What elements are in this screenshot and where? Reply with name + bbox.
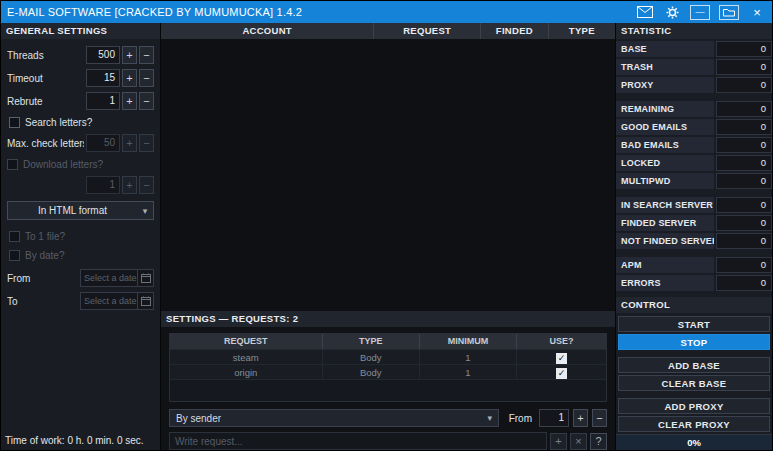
minimize-button[interactable]: — (690, 5, 710, 20)
download-letters-checkbox[interactable] (7, 159, 18, 170)
stat-row-good-emails: GOOD EMAILS 0 (616, 119, 772, 135)
titlebar-icons: — × (636, 4, 766, 20)
control-header: CONTROL (616, 297, 772, 313)
requests-col-use: USE? (517, 334, 606, 349)
general-settings-panel: GENERAL SETTINGS Threads 500 + − Timeout… (1, 23, 161, 450)
max-check-decrement-button[interactable]: − (139, 134, 154, 152)
timeout-input[interactable]: 15 (86, 69, 120, 87)
stat-row-locked: LOCKED 0 (616, 155, 772, 171)
date-to-row: To Select a date (7, 292, 154, 310)
stat-row-bad-emails: BAD EMAILS 0 (616, 137, 772, 153)
window-title: E-MAIL SOFTWARE [CRACKED BY MUMUMUCKA] 1… (7, 6, 302, 18)
request-input[interactable] (169, 432, 547, 450)
download-count-increment-button[interactable]: + (122, 176, 137, 194)
accounts-table-header: ACCOUNT REQUEST FINDED TYPE (161, 23, 615, 39)
chevron-down-icon: ▾ (482, 413, 498, 423)
add-request-button[interactable]: + (550, 433, 567, 450)
use-checkbox[interactable]: ✓ (556, 368, 567, 379)
from-date-picker[interactable]: Select a date (80, 269, 154, 287)
download-count-decrement-button[interactable]: − (139, 176, 154, 194)
to-one-file-label: To 1 file? (25, 231, 65, 242)
download-count-input[interactable]: 1 (86, 176, 120, 194)
progress-percent: 0% (687, 437, 701, 448)
clear-base-button[interactable]: CLEAR BASE (618, 375, 770, 391)
threads-input[interactable]: 500 (86, 46, 120, 64)
help-button[interactable]: ? (590, 433, 607, 450)
to-one-file-row: To 1 file? (9, 229, 154, 243)
download-count-row: 1 + − (7, 176, 154, 194)
folder-button[interactable] (719, 5, 739, 20)
stat-row-not-finded-server: NOT FINDED SERVER 0 (616, 233, 772, 249)
from-count-increment-button[interactable]: + (573, 409, 588, 427)
from-count-decrement-button[interactable]: − (592, 409, 607, 427)
close-button[interactable]: × (748, 5, 766, 20)
search-letters-row: Search letters? (9, 115, 154, 129)
timeout-label: Timeout (7, 73, 84, 84)
rebrute-label: Rebrute (7, 96, 84, 107)
by-date-checkbox[interactable] (9, 250, 20, 261)
max-check-increment-button[interactable]: + (122, 134, 137, 152)
table-row[interactable]: steam Body 1 ✓ (170, 349, 606, 364)
clear-proxy-button[interactable]: CLEAR PROXY (618, 416, 770, 432)
to-date-placeholder: Select a date (81, 296, 137, 306)
table-row[interactable]: origin Body 1 ✓ (170, 364, 606, 379)
stat-row-proxy: PROXY 0 (616, 77, 772, 93)
add-base-button[interactable]: ADD BASE (618, 357, 770, 373)
to-date-picker[interactable]: Select a date (80, 292, 154, 310)
accounts-table-body[interactable] (161, 39, 615, 311)
by-date-row: By date? (9, 248, 154, 262)
accounts-col-request: REQUEST (374, 23, 481, 39)
time-of-work: Time of work: 0 h. 0 min. 0 sec. (5, 435, 154, 446)
download-letters-label: Download letters? (23, 159, 103, 170)
calendar-icon[interactable] (137, 270, 153, 286)
main-area: GENERAL SETTINGS Threads 500 + − Timeout… (1, 23, 772, 450)
general-settings-header: GENERAL SETTINGS (1, 23, 160, 39)
requests-table: REQUEST TYPE MINIMUM USE? steam Body 1 ✓… (169, 333, 607, 402)
accounts-col-finded: FINDED (481, 23, 549, 39)
threads-decrement-button[interactable]: − (139, 46, 154, 64)
stat-row-base: BASE 0 (616, 41, 772, 57)
timeout-increment-button[interactable]: + (122, 69, 137, 87)
download-letters-row: Download letters? (7, 157, 154, 171)
send-mail-icon[interactable] (636, 4, 654, 20)
search-letters-checkbox[interactable] (9, 117, 20, 128)
titlebar: E-MAIL SOFTWARE [CRACKED BY MUMUMUCKA] 1… (1, 1, 772, 23)
center-panel: ACCOUNT REQUEST FINDED TYPE SETTINGS — R… (161, 23, 615, 450)
request-input-row: + × ? (169, 432, 607, 450)
threads-increment-button[interactable]: + (122, 46, 137, 64)
date-from-label: From (7, 273, 78, 284)
add-proxy-button[interactable]: ADD PROXY (618, 398, 770, 414)
statistic-list: BASE 0 TRASH 0 PROXY 0 REMAINING 0 GOOD … (616, 39, 772, 291)
by-date-label: By date? (25, 250, 64, 261)
rebrute-decrement-button[interactable]: − (139, 92, 154, 110)
format-select[interactable]: In HTML format ▾ (7, 201, 154, 220)
request-type: Body (323, 365, 420, 380)
requests-col-request: REQUEST (170, 334, 323, 349)
from-count-input[interactable]: 1 (539, 409, 569, 427)
stop-button[interactable]: STOP (618, 334, 770, 350)
request-minimum: 1 (420, 350, 517, 365)
stat-row-errors: ERRORS 0 (616, 275, 772, 291)
control-buttons: START STOP ADD BASE CLEAR BASE ADD PROXY… (616, 313, 772, 432)
settings-gear-icon[interactable] (663, 4, 681, 20)
max-check-letters-input[interactable]: 50 (86, 134, 120, 152)
request-name: steam (170, 350, 323, 365)
stat-row-finded-server: FINDED SERVER 0 (616, 215, 772, 231)
request-minimum: 1 (420, 365, 517, 380)
to-one-file-checkbox[interactable] (9, 231, 20, 242)
stat-row-multipwd: MULTIPWD 0 (616, 173, 772, 189)
timeout-decrement-button[interactable]: − (139, 69, 154, 87)
chevron-down-icon: ▾ (137, 206, 153, 216)
rebrute-increment-button[interactable]: + (122, 92, 137, 110)
sender-filter-select[interactable]: By sender ▾ (169, 409, 499, 427)
start-button[interactable]: START (618, 316, 770, 332)
statistic-panel: STATISTIC BASE 0 TRASH 0 PROXY 0 REMAINI… (615, 23, 772, 450)
remove-request-button[interactable]: × (570, 433, 587, 450)
requests-table-empty-area (170, 379, 606, 401)
stat-row-apm: APM 0 (616, 257, 772, 273)
calendar-icon[interactable] (137, 293, 153, 309)
rebrute-input[interactable]: 1 (86, 92, 120, 110)
requests-settings-header: SETTINGS — REQUESTS: 2 (161, 311, 615, 327)
app-window: E-MAIL SOFTWARE [CRACKED BY MUMUMUCKA] 1… (0, 0, 773, 451)
use-checkbox[interactable]: ✓ (556, 353, 567, 364)
